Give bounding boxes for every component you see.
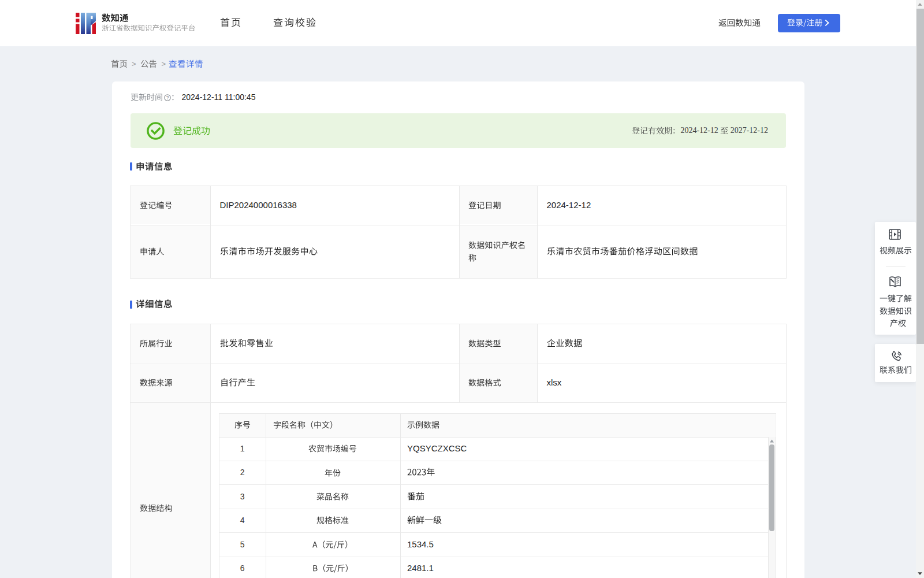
svg-text:?: ? xyxy=(166,95,169,101)
